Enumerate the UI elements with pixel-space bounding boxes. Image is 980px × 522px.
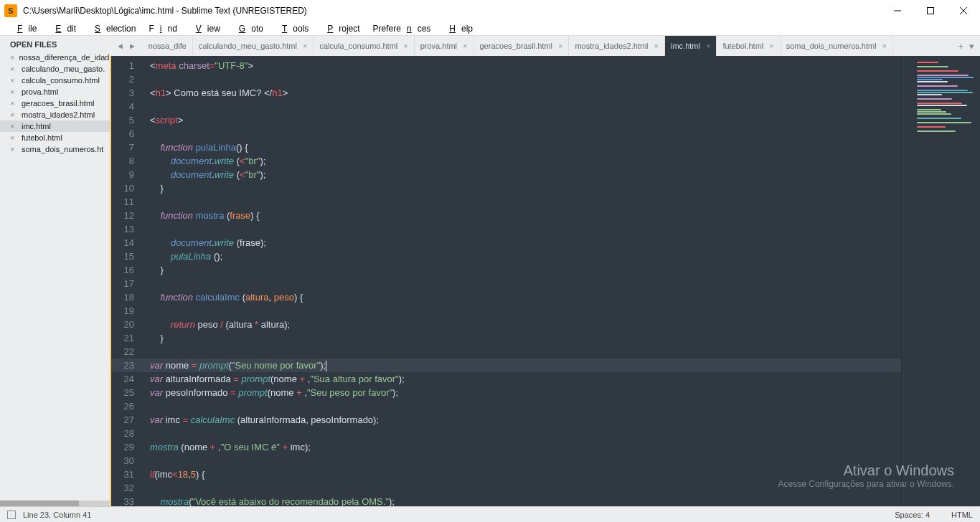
statusbar-panel-icon[interactable] [7, 511, 16, 519]
tab-close-icon[interactable]: × [706, 42, 710, 50]
open-file-name: calculando_meu_gasto. [22, 65, 105, 73]
tab-label: calculando_meu_gasto.html [199, 42, 297, 50]
open-file-item[interactable]: ×geracoes_brasil.html [0, 98, 110, 109]
menu-view[interactable]: View [184, 22, 226, 35]
new-tab-icon[interactable]: + [958, 41, 963, 52]
tab[interactable]: nossa_dife [143, 36, 193, 56]
tab-close-icon[interactable]: × [558, 42, 562, 50]
tab-close-icon[interactable]: × [403, 42, 407, 50]
menu-file[interactable]: File [6, 22, 42, 35]
open-files-list: ×nossa_diferença_de_idade×calculando_meu… [0, 52, 110, 155]
tab-close-icon[interactable]: × [463, 42, 467, 50]
menu-bar: File Edit Selection Find View Goto Tools… [0, 22, 980, 36]
tab-label: nossa_dife [149, 42, 187, 50]
code-editor[interactable]: 1234567891011121314151617181920212223242… [110, 56, 980, 506]
close-button[interactable] [947, 0, 980, 22]
close-icon[interactable]: × [10, 65, 17, 73]
open-file-name: mostra_idades2.html [22, 110, 95, 119]
line-gutter: 1234567891011121314151617181920212223242… [111, 56, 141, 506]
tab-label: prova.html [420, 42, 457, 50]
tab[interactable]: mostra_idades2.html× [569, 36, 665, 56]
statusbar-position[interactable]: Line 23, Column 41 [23, 511, 91, 519]
tab-close-icon[interactable]: × [654, 42, 659, 50]
open-file-name: prova.html [22, 87, 58, 96]
tab-label: imc.html [671, 42, 700, 50]
tab-menu-icon[interactable]: ▾ [969, 41, 974, 52]
sidebar: OPEN FILES ×nossa_diferença_de_idade×cal… [0, 36, 110, 506]
tab-actions: + ▾ [952, 36, 980, 56]
open-file-item[interactable]: ×prova.html [0, 86, 110, 98]
tab-nav-next-icon[interactable]: ► [126, 42, 138, 50]
status-bar: Line 23, Column 41 Spaces: 4 HTML [0, 506, 980, 522]
open-file-item[interactable]: ×calcula_consumo.html [0, 75, 110, 86]
open-file-name: futebol.html [22, 133, 62, 142]
minimap[interactable] [901, 56, 980, 506]
minimize-button[interactable] [881, 0, 914, 22]
tab-label: mostra_idades2.html [575, 42, 648, 50]
menu-preferences[interactable]: Preferences [367, 22, 437, 35]
open-file-name: geracoes_brasil.html [22, 99, 95, 108]
close-icon[interactable]: × [10, 76, 17, 85]
sidebar-header: OPEN FILES [0, 36, 110, 52]
open-file-item[interactable]: ×imc.html [0, 120, 110, 132]
menu-project[interactable]: Project [316, 22, 365, 35]
menu-edit[interactable]: Edit [44, 22, 82, 35]
open-file-item[interactable]: ×mostra_idades2.html [0, 109, 110, 120]
tab-close-icon[interactable]: × [769, 42, 773, 50]
menu-tools[interactable]: Tools [270, 22, 314, 35]
menu-selection[interactable]: Selection [83, 22, 141, 35]
menu-find[interactable]: Find [143, 22, 182, 35]
code-content[interactable]: <meta charset="UTF-8"> <h1> Como está se… [141, 56, 901, 506]
open-file-item[interactable]: ×nossa_diferença_de_idade [0, 52, 110, 63]
app-icon: S [4, 4, 17, 17]
tab-label: geracoes_brasil.html [480, 42, 553, 50]
tab-label: soma_dois_numeros.html [786, 42, 877, 50]
close-icon[interactable]: × [10, 110, 17, 119]
tab-label: calcula_consumo.html [319, 42, 397, 50]
close-icon[interactable]: × [10, 122, 17, 130]
tabs: nossa_difecalculando_meu_gasto.html×calc… [143, 36, 953, 56]
maximize-button[interactable] [914, 0, 947, 22]
tab-label: futebol.html [722, 42, 763, 50]
close-icon[interactable]: × [10, 133, 17, 142]
window-controls [881, 0, 980, 22]
tab[interactable]: futebol.html× [717, 36, 780, 56]
open-file-name: calcula_consumo.html [22, 76, 100, 85]
tab-nav-prev-icon[interactable]: ◄ [114, 42, 126, 50]
close-icon[interactable]: × [10, 145, 17, 153]
svg-rect-1 [928, 8, 934, 14]
tab[interactable]: calculando_meu_gasto.html× [193, 36, 314, 56]
open-file-item[interactable]: ×soma_dois_numeros.ht [0, 143, 110, 155]
tab-close-icon[interactable]: × [303, 42, 307, 50]
tab-bar: ◄ ► nossa_difecalculando_meu_gasto.html×… [110, 36, 980, 56]
open-file-item[interactable]: ×calculando_meu_gasto. [0, 63, 110, 75]
close-icon[interactable]: × [10, 99, 17, 108]
minimap-content [917, 62, 974, 133]
tab[interactable]: soma_dois_numeros.html× [781, 36, 893, 56]
tab[interactable]: prova.html× [415, 36, 474, 56]
statusbar-spaces[interactable]: Spaces: 4 [895, 511, 930, 519]
tab-nav: ◄ ► [110, 36, 143, 56]
open-file-name: imc.html [22, 122, 51, 130]
tab[interactable]: imc.html× [665, 36, 717, 56]
window-title: C:\Users\Marli\Desktop\Lógica\imc.html -… [23, 6, 881, 16]
window-titlebar: S C:\Users\Marli\Desktop\Lógica\imc.html… [0, 0, 980, 22]
close-icon[interactable]: × [10, 53, 14, 62]
sidebar-scrollbar[interactable] [0, 500, 110, 506]
tab-close-icon[interactable]: × [882, 42, 887, 50]
statusbar-syntax[interactable]: HTML [951, 511, 973, 519]
tab[interactable]: calcula_consumo.html× [314, 36, 414, 56]
open-file-item[interactable]: ×futebol.html [0, 132, 110, 143]
close-icon[interactable]: × [10, 87, 17, 96]
tab[interactable]: geracoes_brasil.html× [474, 36, 570, 56]
editor-area: ◄ ► nossa_difecalculando_meu_gasto.html×… [110, 36, 980, 506]
menu-goto[interactable]: Goto [227, 22, 269, 35]
sidebar-scrollbar-thumb[interactable] [0, 500, 79, 506]
open-file-name: nossa_diferença_de_idade [19, 53, 110, 62]
open-file-name: soma_dois_numeros.ht [22, 145, 103, 153]
menu-help[interactable]: Help [438, 22, 479, 35]
